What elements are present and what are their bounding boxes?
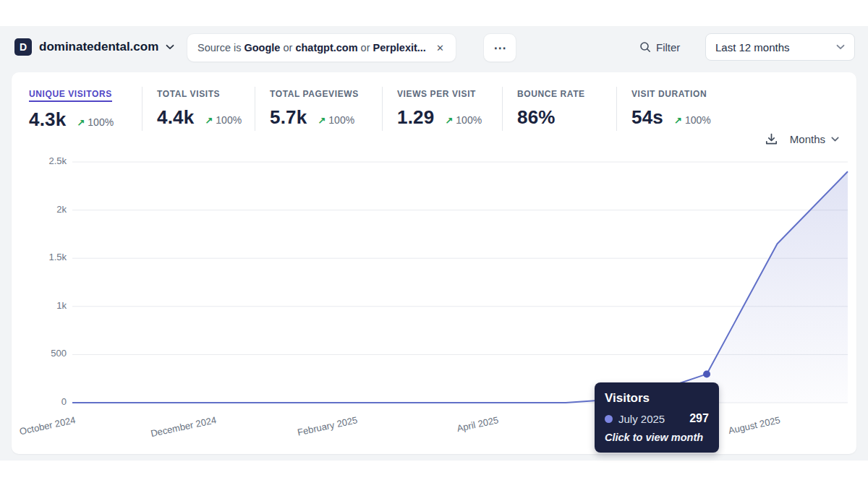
- site-domain: dominatedental.com: [39, 40, 158, 54]
- chevron-down-icon: [166, 44, 174, 50]
- y-tick-label: 1.5k: [14, 252, 67, 262]
- filter-chip-segment: Google: [244, 42, 280, 53]
- chevron-down-icon: [836, 44, 845, 50]
- trend-up-icon: ↗: [77, 117, 85, 128]
- stat-change: ↗100%: [205, 114, 242, 126]
- y-tick-label: 0: [14, 396, 67, 407]
- stat-total-pageviews[interactable]: TOTAL PAGEVIEWS5.7k↗100%: [255, 87, 382, 131]
- date-range-select[interactable]: Last 12 months: [705, 33, 855, 61]
- trend-up-icon: ↗: [205, 115, 213, 126]
- stat-change: ↗100%: [77, 116, 114, 128]
- stat-bounce-rate[interactable]: BOUNCE RATE86%: [502, 87, 616, 131]
- remove-filter-icon[interactable]: ✕: [435, 41, 446, 55]
- stat-visit-duration[interactable]: VISIT DURATION54s↗100%: [616, 87, 761, 131]
- stat-value: 4.3k: [29, 108, 66, 131]
- y-tick-label: 1k: [14, 300, 67, 311]
- active-filter-chip[interactable]: Source is Google or chatgpt.com or Perpl…: [187, 33, 456, 62]
- stat-change-value: 100%: [88, 116, 114, 128]
- filter-chip-segment: or: [280, 42, 295, 53]
- search-icon: [639, 41, 651, 53]
- stat-change: ↗100%: [674, 114, 711, 126]
- visitors-chart[interactable]: [69, 158, 854, 411]
- site-logo-letter: D: [20, 41, 27, 53]
- series-dot-icon: [605, 415, 613, 423]
- filter-chip-segment: or: [358, 42, 373, 53]
- stat-views-per-visit[interactable]: VIEWS PER VISIT1.29↗100%: [382, 87, 502, 131]
- site-logo: D: [14, 38, 32, 56]
- stat-value: 4.4k: [157, 106, 194, 129]
- tooltip-hint: Click to view month: [605, 432, 709, 443]
- trend-up-icon: ↗: [318, 115, 326, 126]
- y-tick-label: 2.5k: [14, 155, 67, 166]
- stat-value: 54s: [631, 106, 663, 129]
- trend-up-icon: ↗: [445, 115, 453, 126]
- stat-change-value: 100%: [216, 114, 242, 126]
- stat-total-visits[interactable]: TOTAL VISITS4.4k↗100%: [142, 87, 255, 131]
- y-tick-label: 2k: [14, 204, 67, 215]
- stats-row: UNIQUE VISITORS4.3k↗100%TOTAL VISITS4.4k…: [29, 87, 761, 131]
- filter-chip-segment: Perplexit...: [373, 42, 426, 53]
- stat-change-value: 100%: [685, 114, 711, 126]
- stat-change-value: 100%: [456, 114, 482, 126]
- y-tick-label: 500: [14, 348, 67, 359]
- chart-controls: Months: [765, 132, 839, 146]
- filter-chip-text: Source is Google or chatgpt.com or Perpl…: [197, 42, 426, 53]
- ellipsis-icon: ⋯: [494, 40, 506, 56]
- download-icon[interactable]: [765, 132, 778, 146]
- site-selector[interactable]: D dominatedental.com: [14, 33, 174, 61]
- stat-change-value: 100%: [328, 114, 354, 126]
- stat-value: 5.7k: [270, 106, 307, 129]
- visitors-area-fill: [72, 171, 848, 403]
- chevron-down-icon: [831, 137, 839, 142]
- stat-label: VIEWS PER VISIT: [397, 89, 476, 99]
- stat-change: ↗100%: [318, 114, 354, 126]
- hovered-point-dot[interactable]: [703, 370, 710, 377]
- filter-chip-segment: chatgpt.com: [295, 42, 357, 53]
- date-range-value: Last 12 months: [715, 41, 790, 53]
- tooltip-title: Visitors: [605, 391, 709, 406]
- chart-tooltip[interactable]: Visitors July 2025 297 Click to view mon…: [595, 382, 719, 453]
- filter-chip-segment: Source is: [197, 42, 244, 53]
- tooltip-month-label: July 2025: [618, 413, 665, 425]
- stat-change: ↗100%: [445, 114, 482, 126]
- stat-label: UNIQUE VISITORS: [29, 89, 112, 102]
- more-options-button[interactable]: ⋯: [483, 33, 516, 62]
- analytics-dashboard: D dominatedental.com Source is Google or…: [0, 0, 868, 488]
- stat-value: 1.29: [397, 106, 434, 129]
- granularity-select[interactable]: Months: [790, 133, 839, 145]
- stat-value: 86%: [517, 106, 556, 129]
- tooltip-value: 297: [671, 412, 709, 425]
- granularity-label: Months: [790, 133, 825, 145]
- trend-up-icon: ↗: [674, 115, 682, 126]
- stat-label: TOTAL PAGEVIEWS: [270, 89, 359, 99]
- stat-label: VISIT DURATION: [631, 89, 707, 99]
- stat-unique-visitors[interactable]: UNIQUE VISITORS4.3k↗100%: [29, 87, 142, 131]
- filter-button[interactable]: Filter: [639, 33, 680, 61]
- filter-label: Filter: [656, 41, 680, 53]
- stat-label: TOTAL VISITS: [157, 89, 220, 99]
- tooltip-series-row: July 2025 297: [605, 412, 709, 425]
- stat-label: BOUNCE RATE: [517, 89, 585, 99]
